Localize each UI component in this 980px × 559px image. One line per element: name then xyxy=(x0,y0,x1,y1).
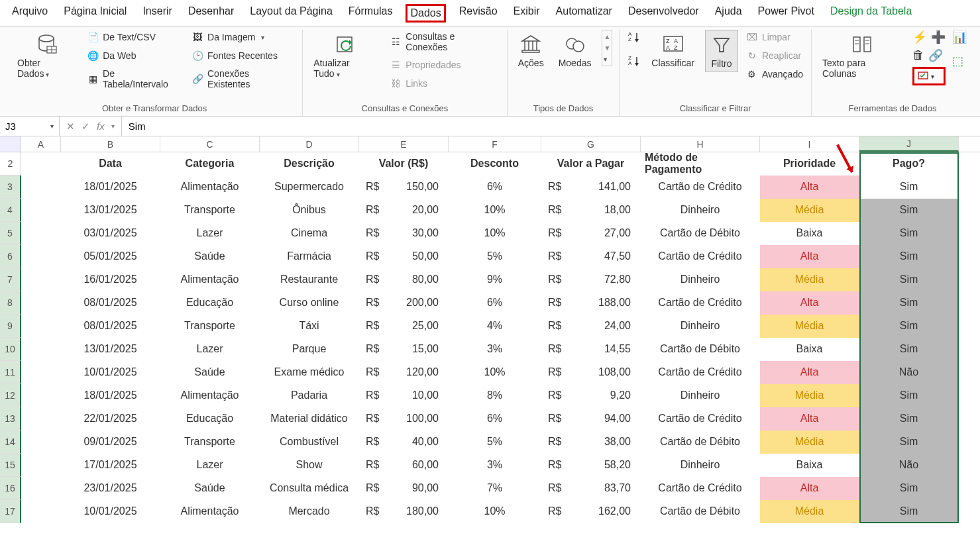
cell-desconto[interactable]: 4% xyxy=(449,315,541,338)
cell[interactable] xyxy=(21,431,61,454)
cell-valor[interactable]: R$50,00 xyxy=(359,245,449,268)
col-header-C[interactable]: C xyxy=(160,136,260,152)
cell-categoria[interactable]: Transporte xyxy=(160,315,260,338)
cell-prioridade[interactable]: Baixa xyxy=(760,454,859,477)
col-header-B[interactable]: B xyxy=(61,136,160,152)
cell-metodo[interactable]: Dinheiro xyxy=(641,268,760,291)
cell-data[interactable]: 08/01/2025 xyxy=(61,315,160,338)
from-table-button[interactable]: ▦De Tabela/Intervalo xyxy=(85,67,184,91)
cell-pago[interactable]: Sim xyxy=(859,291,959,315)
cell-desconto[interactable]: 10% xyxy=(449,199,541,222)
cell-desconto[interactable]: 10% xyxy=(449,222,541,245)
formula-input[interactable] xyxy=(129,121,973,132)
header-pago[interactable]: Pago? xyxy=(859,152,959,176)
cell-descricao[interactable]: Parque xyxy=(260,338,359,361)
row-header[interactable]: 11 xyxy=(0,361,21,384)
cell-pago[interactable]: Sim xyxy=(859,199,959,222)
cell-data[interactable]: 22/01/2025 xyxy=(61,407,160,431)
cell-valor-pagar[interactable]: R$94,00 xyxy=(541,407,641,431)
cell-metodo[interactable]: Cartão de Crédito xyxy=(641,245,760,268)
cell-valor-pagar[interactable]: R$162,00 xyxy=(541,500,641,523)
fx-icon[interactable]: fx xyxy=(97,121,105,132)
flash-fill-icon[interactable]: ⚡ xyxy=(912,30,927,44)
cell-descricao[interactable]: Cinema xyxy=(260,222,359,245)
remove-duplicates-icon[interactable]: 🗑 xyxy=(912,48,924,63)
cell-data[interactable]: 13/01/2025 xyxy=(61,338,160,361)
cell-categoria[interactable]: Alimentação xyxy=(160,176,260,199)
cell-valor-pagar[interactable]: R$83,70 xyxy=(541,477,641,500)
header-valor[interactable]: Valor (R$) xyxy=(359,152,449,176)
sort-desc-button[interactable]: ZA xyxy=(626,54,641,68)
row-header[interactable]: 15 xyxy=(0,454,21,477)
col-header-G[interactable]: G xyxy=(541,136,641,152)
row-header[interactable]: 5 xyxy=(0,222,21,245)
cell-valor[interactable]: R$20,00 xyxy=(359,199,449,222)
cell-descricao[interactable]: Restaurante xyxy=(260,268,359,291)
header-desconto[interactable]: Desconto xyxy=(449,152,541,176)
cell-data[interactable]: 18/01/2025 xyxy=(61,176,160,199)
cell-valor[interactable]: R$30,00 xyxy=(359,222,449,245)
cell-data[interactable]: 10/01/2025 xyxy=(61,500,160,523)
from-text-csv-button[interactable]: 📄De Text/CSV xyxy=(85,30,184,44)
cell-prioridade[interactable]: Alta xyxy=(760,291,859,315)
menu-arquivo[interactable]: Arquivo xyxy=(9,4,50,23)
data-model-icon[interactable]: ⬚ xyxy=(952,54,967,68)
currencies-button[interactable]: Moedas xyxy=(555,30,596,71)
menu-desenhar[interactable]: Desenhar xyxy=(186,4,237,23)
cell-prioridade[interactable]: Alta xyxy=(760,176,859,199)
chevron-down-icon[interactable]: ▾ xyxy=(111,123,115,130)
consolidate-icon[interactable]: ➕ xyxy=(931,30,946,44)
menu-exibir[interactable]: Exibir xyxy=(511,4,543,23)
cell-metodo[interactable]: Cartão de Crédito xyxy=(641,407,760,431)
cell-valor-pagar[interactable]: R$9,20 xyxy=(541,384,641,407)
header-metodo[interactable]: Método de Pagamento xyxy=(641,152,760,176)
cell-prioridade[interactable]: Alta xyxy=(760,407,859,431)
menu-inserir[interactable]: Inserir xyxy=(140,4,174,23)
cell-valor-pagar[interactable]: R$58,20 xyxy=(541,454,641,477)
cell-descricao[interactable]: Exame médico xyxy=(260,361,359,384)
cell-valor[interactable]: R$40,00 xyxy=(359,431,449,454)
menu-power-pivot[interactable]: Power Pivot xyxy=(755,4,817,23)
cell-valor[interactable]: R$180,00 xyxy=(359,500,449,523)
row-header[interactable]: 16 xyxy=(0,477,21,500)
row-header[interactable]: 9 xyxy=(0,315,21,338)
expand-icon[interactable]: ▾ xyxy=(604,56,610,63)
header-categoria[interactable]: Categoria xyxy=(160,152,260,176)
cell[interactable] xyxy=(21,454,61,477)
from-web-button[interactable]: 🌐Da Web xyxy=(85,48,184,63)
row-header[interactable]: 17 xyxy=(0,500,21,523)
cell-desconto[interactable]: 6% xyxy=(449,291,541,315)
cell[interactable] xyxy=(21,199,61,222)
cell-metodo[interactable]: Cartão de Crédito xyxy=(641,176,760,199)
cell[interactable] xyxy=(21,152,61,176)
cell-prioridade[interactable]: Média xyxy=(760,315,859,338)
cell-pago[interactable]: Sim xyxy=(859,245,959,268)
menu-ajuda[interactable]: Ajuda xyxy=(712,4,745,23)
cell[interactable] xyxy=(21,384,61,407)
cell-descricao[interactable]: Curso online xyxy=(260,291,359,315)
menu-design-da-tabela[interactable]: Design da Tabela xyxy=(828,4,914,23)
cancel-formula-icon[interactable]: ✕ xyxy=(66,121,75,132)
cell[interactable] xyxy=(21,245,61,268)
cell-categoria[interactable]: Lazer xyxy=(160,222,260,245)
cell-desconto[interactable]: 5% xyxy=(449,245,541,268)
cell-categoria[interactable]: Saúde xyxy=(160,477,260,500)
cell-pago[interactable]: Sim xyxy=(859,407,959,431)
row-header[interactable]: 10 xyxy=(0,338,21,361)
cell-categoria[interactable]: Transporte xyxy=(160,431,260,454)
row-header[interactable]: 8 xyxy=(0,291,21,315)
col-header-J[interactable]: J xyxy=(859,136,959,152)
cell-prioridade[interactable]: Alta xyxy=(760,477,859,500)
cell[interactable] xyxy=(21,268,61,291)
cell-categoria[interactable]: Saúde xyxy=(160,245,260,268)
cell[interactable] xyxy=(21,222,61,245)
data-validation-button[interactable]: ▾ xyxy=(912,67,946,85)
menu-desenvolvedor[interactable]: Desenvolvedor xyxy=(626,4,702,23)
cell-pago[interactable]: Sim xyxy=(859,222,959,245)
cell-pago[interactable]: Sim xyxy=(859,384,959,407)
cell-valor-pagar[interactable]: R$141,00 xyxy=(541,176,641,199)
col-header-F[interactable]: F xyxy=(449,136,541,152)
row-header[interactable]: 4 xyxy=(0,199,21,222)
cell-valor[interactable]: R$60,00 xyxy=(359,454,449,477)
filter-button[interactable]: Filtro xyxy=(705,30,738,72)
